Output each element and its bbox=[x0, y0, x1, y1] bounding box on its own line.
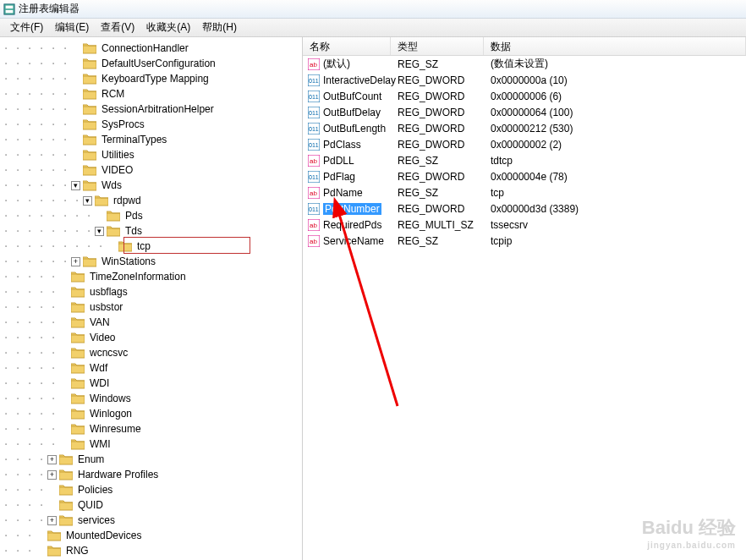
value-row[interactable]: 011PdFlagREG_DWORD0x0000004e (78) bbox=[303, 168, 746, 184]
col-name[interactable]: 名称 bbox=[303, 37, 391, 55]
collapse-icon[interactable]: ▾ bbox=[83, 196, 92, 206]
menu-file[interactable]: 文件(F) bbox=[5, 19, 48, 36]
tree-label: Tds bbox=[123, 223, 144, 239]
tree-item[interactable]: ·······▾rdpwd bbox=[0, 193, 302, 208]
svg-text:ab: ab bbox=[310, 222, 317, 229]
tree-item[interactable]: ······VIDEO bbox=[0, 162, 302, 178]
tree-label: tcp bbox=[135, 239, 152, 254]
value-name: OutBufLength bbox=[323, 123, 386, 135]
tree-item[interactable]: ····+services bbox=[0, 513, 302, 528]
tree-item[interactable]: ·····TimeZoneInformation bbox=[0, 269, 302, 284]
value-row[interactable]: 011InteractiveDelayREG_DWORD0x0000000a (… bbox=[303, 72, 746, 88]
col-data[interactable]: 数据 bbox=[484, 37, 746, 55]
tree-item[interactable]: ······▾Wds bbox=[0, 178, 302, 193]
tree-label: WDI bbox=[88, 376, 111, 391]
svg-text:011: 011 bbox=[309, 174, 319, 180]
value-row[interactable]: abServiceNameREG_SZtcpip bbox=[303, 233, 746, 249]
tree-item[interactable]: ·········tcp bbox=[0, 239, 302, 254]
svg-text:ab: ab bbox=[310, 238, 317, 245]
tree-item[interactable]: ······SysProcs bbox=[0, 117, 302, 132]
expand-icon[interactable]: + bbox=[47, 516, 57, 525]
value-row[interactable]: ab(默认)REG_SZ(数值未设置) bbox=[303, 56, 746, 72]
value-type: REG_DWORD bbox=[391, 107, 484, 118]
tree-item[interactable]: ·····WDI bbox=[0, 376, 302, 391]
tree-item[interactable]: ······RCM bbox=[0, 86, 302, 102]
tree-label: Utilities bbox=[100, 147, 136, 162]
tree-label: MountedDevices bbox=[64, 528, 143, 543]
tree-item[interactable]: ···MountedDevices bbox=[0, 528, 302, 543]
tree-item[interactable]: ·····VAN bbox=[0, 315, 302, 330]
tree-item[interactable]: ····+Enum bbox=[0, 452, 302, 467]
value-row[interactable]: 011OutBufLengthREG_DWORD0x00000212 (530) bbox=[303, 120, 746, 136]
value-row[interactable]: abPdNameREG_SZtcp bbox=[303, 184, 746, 200]
expand-icon[interactable]: + bbox=[47, 470, 57, 480]
tree-item[interactable]: ·····usbflags bbox=[0, 284, 302, 299]
registry-tree[interactable]: ······ConnectionHandler······DefaultUser… bbox=[0, 41, 302, 560]
value-data: tcp bbox=[484, 187, 746, 199]
value-pane[interactable]: 名称 类型 数据 ab(默认)REG_SZ(数值未设置)011Interacti… bbox=[303, 37, 746, 560]
tree-label: VIDEO bbox=[100, 162, 134, 178]
expand-icon[interactable]: + bbox=[47, 455, 57, 464]
menu-view[interactable]: 查看(V) bbox=[96, 19, 140, 36]
svg-rect-1 bbox=[6, 5, 14, 8]
tree-item[interactable]: ····QUID bbox=[0, 497, 302, 513]
tree-item[interactable]: ········▾Tds bbox=[0, 223, 302, 239]
value-row[interactable]: 011OutBufDelayREG_DWORD0x00000064 (100) bbox=[303, 104, 746, 120]
tree-item[interactable]: ······SessionArbitrationHelper bbox=[0, 102, 302, 117]
col-type[interactable]: 类型 bbox=[391, 37, 484, 55]
value-data: tcpip bbox=[484, 235, 746, 247]
tree-item[interactable]: ········Pds bbox=[0, 208, 302, 223]
svg-text:011: 011 bbox=[309, 78, 319, 84]
tree-item[interactable]: ······+WinStations bbox=[0, 254, 302, 269]
tree-item[interactable]: ·····Winlogon bbox=[0, 406, 302, 421]
tree-item[interactable]: ····Policies bbox=[0, 482, 302, 497]
tree-item[interactable]: ······Utilities bbox=[0, 147, 302, 162]
value-name: PdClass bbox=[323, 139, 361, 151]
value-list[interactable]: ab(默认)REG_SZ(数值未设置)011InteractiveDelayRE… bbox=[303, 56, 746, 249]
expand-icon[interactable]: + bbox=[71, 257, 80, 266]
value-type: REG_DWORD bbox=[391, 203, 484, 215]
tree-label: WinStations bbox=[100, 254, 157, 269]
value-type: REG_DWORD bbox=[391, 74, 484, 86]
tree-item[interactable]: ······KeyboardType Mapping bbox=[0, 71, 302, 86]
tree-item[interactable]: ·····Winresume bbox=[0, 421, 302, 436]
value-row[interactable]: abPdDLLREG_SZtdtcp bbox=[303, 152, 746, 168]
value-name: OutBufCount bbox=[323, 91, 381, 102]
tree-label: Hardware Profiles bbox=[76, 467, 160, 482]
svg-text:ab: ab bbox=[310, 189, 317, 197]
tree-label: Video bbox=[88, 330, 117, 345]
svg-text:011: 011 bbox=[309, 94, 319, 100]
menu-help[interactable]: 帮助(H) bbox=[197, 19, 242, 36]
tree-item[interactable]: ······DefaultUserConfiguration bbox=[0, 56, 302, 71]
collapse-icon[interactable]: ▾ bbox=[95, 227, 104, 236]
svg-text:ab: ab bbox=[310, 61, 317, 69]
value-row[interactable]: abRequiredPdsREG_MULTI_SZtssecsrv bbox=[303, 217, 746, 233]
tree-label: Windows bbox=[88, 391, 133, 406]
value-type: REG_MULTI_SZ bbox=[391, 219, 484, 231]
menu-favorites[interactable]: 收藏夹(A) bbox=[141, 19, 195, 36]
tree-item[interactable]: ·····Wdf bbox=[0, 360, 302, 376]
tree-item[interactable]: ······ConnectionHandler bbox=[0, 41, 302, 56]
collapse-icon[interactable]: ▾ bbox=[71, 181, 80, 190]
tree-item[interactable]: ·····usbstor bbox=[0, 299, 302, 315]
value-row[interactable]: 011PdClassREG_DWORD0x00000002 (2) bbox=[303, 136, 746, 152]
tree-item[interactable]: ·····WMI bbox=[0, 436, 302, 452]
tree-pane[interactable]: ······ConnectionHandler······DefaultUser… bbox=[0, 37, 303, 560]
tree-label: KeyboardType Mapping bbox=[100, 71, 211, 86]
value-row[interactable]: 011PortNumberREG_DWORD0x00000d3d (3389) bbox=[303, 200, 746, 217]
value-name: ServiceName bbox=[323, 235, 384, 247]
value-type: REG_SZ bbox=[391, 235, 484, 247]
tree-item[interactable]: ·····wcncsvc bbox=[0, 345, 302, 360]
tree-label: Wdf bbox=[88, 360, 109, 376]
tree-label: Pds bbox=[123, 208, 145, 223]
tree-item[interactable]: ·····Windows bbox=[0, 391, 302, 406]
tree-item[interactable]: ····+Hardware Profiles bbox=[0, 467, 302, 482]
value-data: 0x0000000a (10) bbox=[484, 74, 746, 86]
value-type: REG_SZ bbox=[391, 58, 484, 70]
value-row[interactable]: 011OutBufCountREG_DWORD0x00000006 (6) bbox=[303, 88, 746, 104]
tree-label: Winresume bbox=[88, 421, 143, 436]
menu-edit[interactable]: 编辑(E) bbox=[50, 19, 94, 36]
tree-item[interactable]: ·····Video bbox=[0, 330, 302, 345]
tree-item[interactable]: ······TerminalTypes bbox=[0, 132, 302, 147]
tree-item[interactable]: ···RNG bbox=[0, 543, 302, 558]
